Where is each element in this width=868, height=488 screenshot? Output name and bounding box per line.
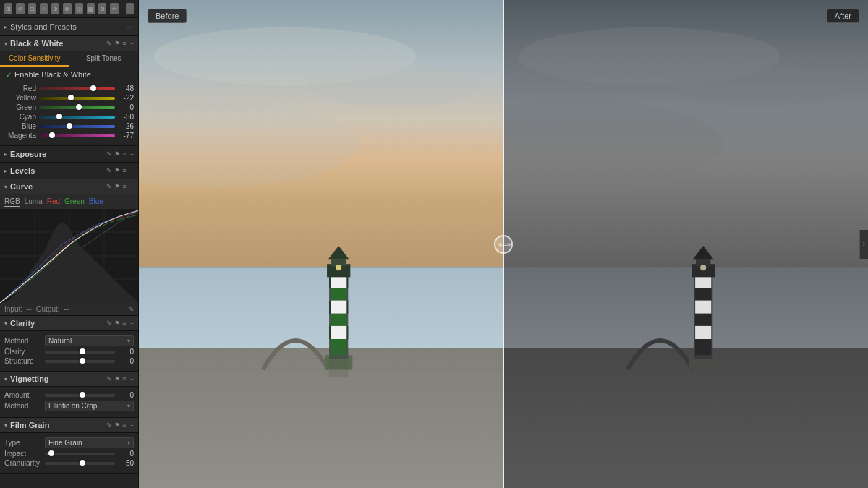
- slider-cyan-track[interactable]: [39, 116, 115, 119]
- slider-green-label: Green: [4, 103, 36, 111]
- film-grain-menu-icon[interactable]: ≡: [122, 421, 126, 429]
- right-panel-toggle[interactable]: ›: [859, 230, 868, 259]
- curve-output-label: Output:: [36, 305, 60, 313]
- svg-point-50: [700, 265, 706, 270]
- bw-menu-icon[interactable]: ≡: [122, 40, 126, 47]
- tool-icon-8[interactable]: ▦: [87, 3, 95, 14]
- main-content: Before After: [139, 0, 868, 488]
- curve-tab-rgb[interactable]: RGB: [4, 197, 20, 207]
- slider-cyan: Cyan -50: [4, 113, 134, 121]
- tool-icon-2[interactable]: ↺: [16, 3, 24, 14]
- curve-eyedropper-icon[interactable]: ✎: [128, 305, 134, 313]
- vignetting-flag-icon[interactable]: ⚑: [114, 375, 120, 382]
- tab-color-sensitivity[interactable]: Color Sensitivity: [0, 51, 69, 67]
- vignetting-method-select[interactable]: Elliptic on Crop ▾: [45, 401, 134, 411]
- slider-red-track[interactable]: [39, 87, 115, 90]
- vignetting-header[interactable]: ▾ Vignetting ✎ ⚑ ≡ ···: [0, 372, 138, 387]
- clarity-section: ▾ Clarity ✎ ⚑ ≡ ··· Method Natural ▾ Cla…: [0, 316, 138, 372]
- slider-magenta: Magenta -77: [4, 132, 134, 140]
- image-area: ⟺: [139, 0, 868, 488]
- curve-tab-green[interactable]: Green: [64, 197, 85, 207]
- curve-more-icon[interactable]: ···: [128, 183, 134, 190]
- exposure-flag-icon[interactable]: ⚑: [114, 150, 120, 158]
- clarity-structure-track[interactable]: [45, 360, 115, 363]
- tool-icon-4[interactable]: ☆: [40, 3, 48, 14]
- vignetting-menu-icon[interactable]: ≡: [122, 375, 126, 382]
- curve-tab-red[interactable]: Red: [47, 197, 60, 207]
- film-grain-header-icons: ✎ ⚑ ≡ ···: [106, 421, 134, 429]
- film-grain-granularity-track[interactable]: [45, 462, 115, 465]
- slider-blue-track[interactable]: [39, 125, 115, 128]
- bw-edit-icon[interactable]: ✎: [106, 40, 112, 47]
- film-grain-type-row: Type Fine Grain ▾: [4, 437, 134, 448]
- tool-icon-3[interactable]: ⊡: [28, 3, 36, 14]
- curve-tab-luma[interactable]: Luma: [25, 197, 43, 207]
- exposure-edit-icon[interactable]: ✎: [106, 150, 112, 158]
- tool-icon-6[interactable]: ⊗: [63, 3, 71, 14]
- vignetting-amount-track[interactable]: [45, 394, 115, 397]
- vignetting-method-chevron: ▾: [127, 403, 130, 409]
- bw-sliders: Red 48 Yellow -22 Green: [0, 82, 138, 145]
- curve-canvas[interactable]: [0, 209, 139, 303]
- film-grain-header[interactable]: ▾ Film Grain ✎ ⚑ ≡ ···: [0, 418, 138, 433]
- tab-split-tones[interactable]: Split Tones: [69, 51, 139, 67]
- curve-arrow: ▾: [4, 184, 7, 190]
- exposure-menu-icon[interactable]: ≡: [122, 150, 126, 158]
- tool-icon-5[interactable]: ⊕: [51, 3, 59, 14]
- film-grain-type-label: Type: [4, 439, 42, 447]
- curve-header[interactable]: ▾ Curve ✎ ⚑ ≡ ···: [0, 179, 138, 194]
- curve-flag-icon[interactable]: ⚑: [114, 183, 120, 190]
- slider-yellow-value: -22: [118, 94, 134, 102]
- levels-header[interactable]: ▸ Levels ✎ ⚑ ≡ ···: [0, 163, 138, 179]
- svg-rect-31: [329, 348, 348, 377]
- curve-tab-blue[interactable]: Blue: [89, 197, 103, 207]
- film-grain-more-icon[interactable]: ···: [128, 421, 134, 429]
- exposure-header[interactable]: ▸ Exposure ✎ ⚑ ≡ ···: [0, 146, 138, 163]
- exposure-more-icon[interactable]: ···: [128, 150, 134, 158]
- svg-rect-13: [139, 348, 503, 488]
- split-handle[interactable]: ⟺: [494, 235, 513, 254]
- levels-more-icon[interactable]: ···: [128, 167, 134, 174]
- slider-yellow-track[interactable]: [39, 97, 115, 100]
- vignetting-more-icon[interactable]: ···: [128, 375, 134, 382]
- bw-flag-icon[interactable]: ⚑: [114, 40, 120, 47]
- film-grain-flag-icon[interactable]: ⚑: [114, 421, 120, 429]
- tool-icon-7[interactable]: ◎: [75, 3, 83, 14]
- clarity-menu-icon[interactable]: ≡: [122, 320, 126, 327]
- tool-icon-1[interactable]: ⊞: [4, 3, 12, 14]
- curve-edit-icon[interactable]: ✎: [106, 183, 112, 190]
- clarity-header[interactable]: ▾ Clarity ✎ ⚑ ≡ ···: [0, 316, 138, 331]
- slider-green-track[interactable]: [39, 106, 115, 109]
- clarity-flag-icon[interactable]: ⚑: [114, 320, 120, 327]
- styles-presets-header[interactable]: ▸ Styles and Presets ···: [0, 18, 138, 36]
- slider-magenta-label: Magenta: [4, 132, 36, 140]
- clarity-method-select[interactable]: Natural ▾: [45, 335, 134, 346]
- vignetting-edit-icon[interactable]: ✎: [106, 375, 112, 382]
- clarity-more-icon[interactable]: ···: [128, 320, 134, 327]
- slider-blue-value: -26: [118, 122, 134, 130]
- styles-presets-dots[interactable]: ···: [127, 22, 134, 32]
- levels-edit-icon[interactable]: ✎: [106, 167, 112, 174]
- film-grain-edit-icon[interactable]: ✎: [106, 421, 112, 429]
- enable-bw-row[interactable]: ✓ Enable Black & White: [0, 67, 138, 82]
- film-grain-granularity-row: Granularity 50: [4, 459, 134, 467]
- svg-marker-7: [0, 222, 139, 303]
- tool-icon-9[interactable]: ⚙: [98, 3, 106, 14]
- clarity-slider-track[interactable]: [45, 351, 115, 354]
- vignetting-method-value: Elliptic on Crop: [48, 402, 97, 410]
- levels-flag-icon[interactable]: ⚑: [114, 167, 120, 174]
- more-options-icon[interactable]: ···: [126, 3, 134, 14]
- bw-more-icon[interactable]: ···: [128, 40, 134, 47]
- film-grain-granularity-label: Granularity: [4, 459, 42, 467]
- tool-icon-10[interactable]: ✏: [110, 3, 118, 14]
- bw-title: Black & White: [10, 39, 106, 48]
- levels-menu-icon[interactable]: ≡: [122, 167, 126, 174]
- curve-menu-icon[interactable]: ≡: [122, 183, 126, 190]
- film-grain-type-select[interactable]: Fine Grain ▾: [45, 437, 134, 448]
- clarity-edit-icon[interactable]: ✎: [106, 320, 112, 327]
- svg-rect-46: [695, 339, 711, 355]
- curve-input-value: --: [27, 305, 32, 313]
- slider-magenta-track[interactable]: [39, 134, 115, 137]
- film-grain-impact-track[interactable]: [45, 453, 115, 455]
- bw-section-header[interactable]: ▾ Black & White ✎ ⚑ ≡ ···: [0, 36, 138, 51]
